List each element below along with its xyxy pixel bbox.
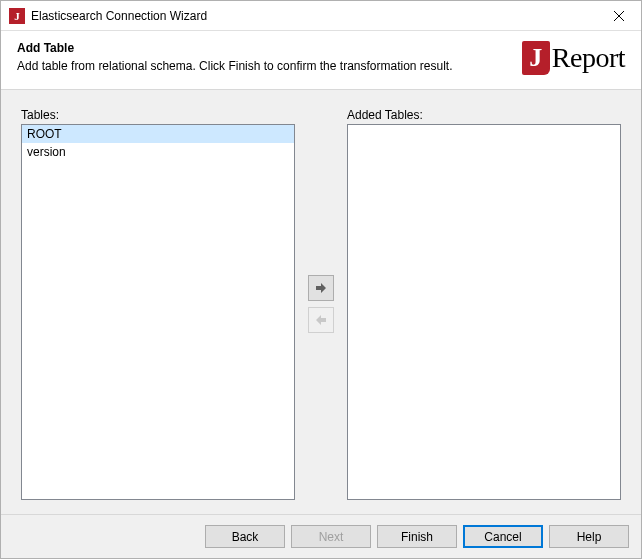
cancel-button[interactable]: Cancel bbox=[463, 525, 543, 548]
added-tables-list[interactable] bbox=[347, 124, 621, 500]
transfer-buttons bbox=[305, 108, 337, 500]
tables-list[interactable]: ROOTversion bbox=[21, 124, 295, 500]
header-panel: Add Table Add table from relational sche… bbox=[1, 31, 641, 90]
list-item[interactable]: ROOT bbox=[22, 125, 294, 143]
tables-label: Tables: bbox=[21, 108, 295, 122]
content-area: Tables: ROOTversion Added Tables: bbox=[1, 90, 641, 514]
page-description: Add table from relational schema. Click … bbox=[17, 59, 522, 73]
close-button[interactable] bbox=[596, 1, 641, 31]
app-icon: J bbox=[9, 8, 25, 24]
back-button[interactable]: Back bbox=[205, 525, 285, 548]
close-icon bbox=[614, 11, 624, 21]
titlebar: J Elasticsearch Connection Wizard bbox=[1, 1, 641, 31]
add-button[interactable] bbox=[308, 275, 334, 301]
added-tables-column: Added Tables: bbox=[347, 108, 621, 500]
added-tables-label: Added Tables: bbox=[347, 108, 621, 122]
page-title: Add Table bbox=[17, 41, 522, 55]
header-text: Add Table Add table from relational sche… bbox=[17, 41, 522, 75]
tables-column: Tables: ROOTversion bbox=[21, 108, 295, 500]
list-item[interactable]: version bbox=[22, 143, 294, 161]
arrow-left-icon bbox=[315, 314, 327, 326]
logo-j-icon: J bbox=[522, 41, 550, 75]
logo-text: Report bbox=[552, 42, 625, 74]
finish-button[interactable]: Finish bbox=[377, 525, 457, 548]
jreport-logo: J Report bbox=[522, 41, 625, 75]
wizard-window: J Elasticsearch Connection Wizard Add Ta… bbox=[0, 0, 642, 559]
help-button[interactable]: Help bbox=[549, 525, 629, 548]
next-button: Next bbox=[291, 525, 371, 548]
remove-button bbox=[308, 307, 334, 333]
arrow-right-icon bbox=[315, 282, 327, 294]
footer-buttons: Back Next Finish Cancel Help bbox=[1, 514, 641, 558]
window-title: Elasticsearch Connection Wizard bbox=[31, 9, 207, 23]
